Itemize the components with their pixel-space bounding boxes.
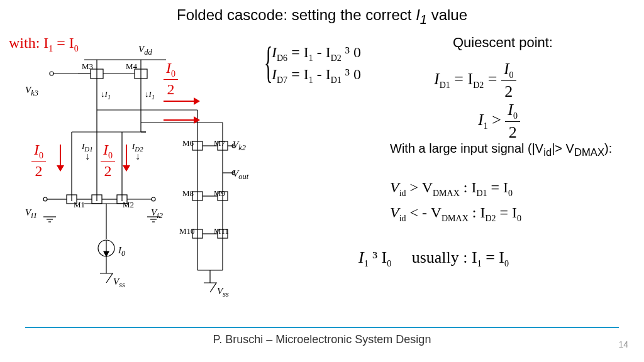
divider (25, 327, 619, 328)
annot-i0-2-mid: I02 (101, 141, 115, 180)
label-i1b: ↓I1 (145, 89, 155, 101)
eq-cond2: Vid < - VDMAX : ID2 = I0 (390, 204, 521, 224)
label-i0: I0 (118, 245, 125, 258)
eq-id6: ID6 = I1 - ID2 ³ 0 (272, 44, 361, 63)
label-vss1: Vss (113, 277, 125, 290)
arrow-down-1 (60, 145, 61, 167)
label-vdd: Vdd (138, 44, 152, 57)
label-m10: M10 (179, 226, 195, 236)
label-vi1: Vi1 (25, 207, 37, 221)
arrow-id1-small: ↓ (85, 151, 90, 162)
label-m6: M6 (182, 138, 194, 148)
label-m1: M1 (74, 200, 85, 210)
label-vk2: Vk2 (233, 140, 246, 153)
annot-i0-2-left: I02 (31, 141, 46, 180)
qp-title: Quiescent point: (453, 35, 553, 51)
arrow-down-2 (126, 145, 127, 167)
page-title: Folded cascode: setting the correct I1 v… (0, 6, 644, 27)
label-m11: M11 (214, 226, 229, 236)
label-m9: M9 (214, 189, 225, 199)
annot-i0-2-top: I02 (164, 60, 178, 98)
label-m7: M7 (214, 138, 225, 148)
label-m2: M2 (123, 200, 134, 210)
label-m8: M8 (182, 189, 194, 199)
eq-id7: ID7 = I1 - ID1 ³ 0 (272, 66, 361, 85)
large-signal-title: With a large input signal (|Vid|> VDMAX)… (390, 141, 616, 159)
label-vk3: Vk3 (25, 85, 38, 98)
eq-qp1: ID1 = ID2 = I02 (434, 60, 516, 101)
label-i1a: ↓I1 (101, 89, 111, 101)
svg-marker-39 (104, 251, 109, 256)
eq-qp2: I1 > I02 (478, 101, 520, 142)
label-m4: M4 (126, 62, 137, 72)
label-m3: M3 (82, 62, 93, 72)
footer-text: P. Bruschi – Microelectronic System Desi… (0, 333, 644, 346)
label-vss2: Vss (217, 286, 229, 299)
label-vi2: Vi2 (151, 207, 163, 221)
arrow-right-2 (164, 119, 195, 121)
arrow-id2-small: ↓ (135, 151, 140, 162)
eq-final: I1 ³ I0 usually : I1 = I0 (358, 248, 509, 269)
eq-cond1: Vid > VDMAX : ID1 = I0 (390, 179, 513, 199)
page-number: 14 (618, 339, 628, 349)
arrow-right-1 (164, 101, 195, 102)
label-vout: Vout (233, 168, 248, 182)
